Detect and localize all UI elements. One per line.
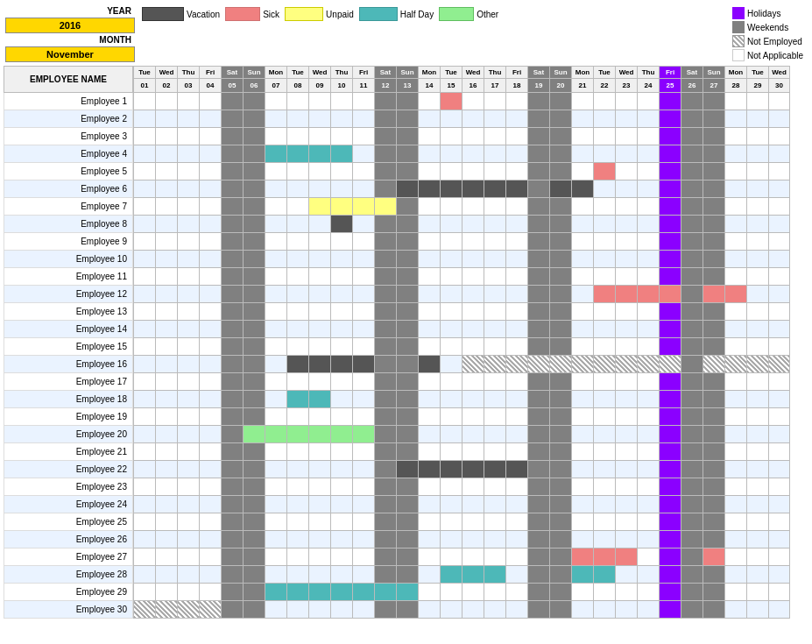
legend-holidays: Holidays (732, 7, 803, 19)
day-cell (746, 286, 768, 303)
day-cell (549, 251, 571, 268)
day-cell (221, 496, 243, 513)
table-row (133, 584, 808, 601)
day-cell (703, 145, 724, 163)
day-cell (571, 496, 593, 513)
day-cell (374, 548, 396, 566)
day-cell (571, 128, 593, 145)
day-cell (374, 163, 396, 180)
table-row (133, 93, 808, 110)
day-cell (703, 251, 724, 268)
day-cell (243, 128, 265, 145)
day-cell (659, 163, 681, 180)
day-cell (637, 93, 659, 110)
table-row (133, 198, 808, 216)
table-row (133, 145, 808, 163)
other-box (439, 7, 474, 21)
day-cell (549, 128, 571, 145)
day-cell (768, 601, 790, 619)
day-cell (527, 251, 549, 268)
day-cell (243, 110, 265, 128)
day-cell (396, 461, 418, 478)
table-row (133, 303, 808, 321)
month-value[interactable]: November (5, 46, 135, 62)
day-cell (155, 321, 177, 338)
legend-notapplicable: Not Applicable (732, 49, 803, 61)
day-cell (703, 531, 724, 548)
day-cell (308, 321, 330, 338)
day-cell (527, 601, 549, 619)
day-cell (374, 601, 396, 619)
day-cell (484, 180, 505, 198)
day-cell (527, 128, 549, 145)
day-cell (286, 303, 308, 321)
day-cell (637, 268, 659, 286)
day-cell (703, 338, 724, 356)
day-cell (418, 584, 440, 601)
day-cell (286, 373, 308, 391)
day-cell (659, 321, 681, 338)
day-cell (155, 548, 177, 566)
dow-cell: Sat (221, 66, 243, 79)
table-row (133, 180, 808, 198)
day-cell (571, 216, 593, 233)
day-cell (615, 426, 637, 443)
day-cell (484, 513, 505, 531)
day-cell (615, 356, 637, 373)
year-value[interactable]: 2016 (5, 18, 135, 33)
day-cell (286, 321, 308, 338)
day-cell (637, 180, 659, 198)
day-cell (155, 408, 177, 426)
day-cell (768, 321, 790, 338)
day-cell (352, 303, 374, 321)
day-cell (484, 145, 505, 163)
day-cell (440, 110, 462, 128)
day-cell (484, 268, 505, 286)
legend-area: Vacation Sick Unpaid Half Day Other (135, 5, 729, 23)
day-cell (155, 496, 177, 513)
day-cell (199, 426, 221, 443)
day-cell (703, 356, 724, 373)
day-cell (746, 338, 768, 356)
date-cell: 13 (396, 79, 418, 93)
day-cell (768, 93, 790, 110)
day-cell (527, 478, 549, 496)
day-cell (703, 268, 724, 286)
day-cell (659, 338, 681, 356)
day-cell (768, 513, 790, 531)
day-cell (286, 145, 308, 163)
day-cell (221, 216, 243, 233)
day-cell (637, 198, 659, 216)
day-cell (418, 356, 440, 373)
dow-cell: Fri (352, 66, 374, 79)
day-cell (199, 601, 221, 619)
day-cell (374, 496, 396, 513)
day-cell (724, 356, 746, 373)
day-cell (265, 286, 286, 303)
day-cell (199, 356, 221, 373)
day-cell (330, 513, 352, 531)
day-cell (659, 426, 681, 443)
day-cell (133, 251, 155, 268)
day-cell (374, 461, 396, 478)
day-cell (768, 198, 790, 216)
day-cell (462, 251, 484, 268)
dow-cell: Thu (177, 66, 199, 79)
day-cell (484, 338, 505, 356)
main-container: YEAR 2016 MONTH November Vacation Sick U… (0, 0, 812, 622)
day-cell (615, 268, 637, 286)
day-cell (352, 93, 374, 110)
day-cell (571, 163, 593, 180)
day-cell (177, 443, 199, 461)
day-cell (746, 356, 768, 373)
table-row (133, 443, 808, 461)
day-cell (308, 180, 330, 198)
employee-name-cell: Employee 20 (4, 426, 133, 443)
day-cell (637, 478, 659, 496)
day-cell (659, 145, 681, 163)
day-cell (374, 198, 396, 216)
day-cell (265, 145, 286, 163)
day-cell (133, 356, 155, 373)
day-cell (199, 391, 221, 408)
day-cell (593, 180, 615, 198)
